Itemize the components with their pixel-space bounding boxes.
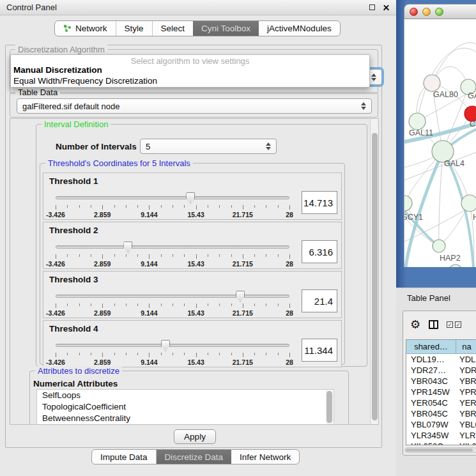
list-item[interactable]: BetweennessCentrality — [37, 413, 334, 424]
tab-select[interactable]: Select — [153, 21, 194, 36]
table-cell[interactable]: YBR0 — [456, 376, 476, 387]
slider-scale: -3.4262.8599.14415.4321.71528 — [56, 353, 289, 365]
network-node-h[interactable] — [461, 195, 476, 211]
column-layout-icon[interactable] — [429, 320, 438, 329]
table-row[interactable]: YBL079WYBL0 — [406, 419, 476, 430]
control-panel-titlebar: Control Panel — [0, 0, 396, 15]
threshold-3-slider[interactable]: -3.4262.8599.14415.4321.71528 — [56, 291, 289, 316]
slider-thumb[interactable] — [186, 192, 195, 204]
tab-jactivemnodules[interactable]: jActiveMNodules — [259, 21, 340, 36]
table-cell[interactable]: YBL0 — [456, 419, 476, 430]
window-zoom-traffic-light[interactable] — [435, 8, 443, 16]
window-close-traffic-light[interactable] — [410, 8, 418, 16]
checkbox-icon[interactable]: ✓ — [447, 321, 453, 328]
slider-track[interactable] — [56, 344, 289, 347]
table-row[interactable]: YBR043CYBR0 — [406, 376, 476, 387]
table-cell[interactable]: YBR043C — [406, 376, 456, 387]
node-label: GAL11 — [409, 128, 433, 137]
tab-style[interactable]: Style — [116, 21, 153, 36]
table-row[interactable]: YDL19…YDL1 — [406, 354, 476, 365]
window-minimize-traffic-light[interactable] — [422, 8, 431, 16]
number-of-intervals-spinner[interactable]: 5 — [140, 139, 277, 154]
table-cell[interactable]: YER054C — [406, 397, 456, 408]
slider-tick — [56, 353, 56, 357]
table-row[interactable]: YER054CYER0 — [406, 397, 476, 408]
network-node-gal80[interactable] — [424, 75, 440, 91]
tab-impute-data[interactable]: Impute Data — [92, 450, 157, 464]
table-cell[interactable]: YPR1 — [456, 387, 476, 397]
table-cell[interactable]: YLR345W — [406, 430, 456, 441]
slider-tick-label: 21.715 — [233, 358, 253, 366]
slider-tick — [219, 303, 220, 306]
float-window-icon[interactable] — [369, 4, 375, 10]
slider-track[interactable] — [56, 245, 289, 249]
list-item[interactable]: TopologicalCoefficient — [37, 401, 334, 413]
checkbox-icon[interactable]: ✓ — [455, 321, 461, 328]
table-cell[interactable]: YBL079W — [406, 419, 456, 430]
threshold-1-slider[interactable]: -3.4262.8599.14415.4321.71528 — [56, 192, 289, 218]
slider-tick — [196, 353, 197, 357]
close-icon[interactable] — [383, 4, 390, 11]
slider-tick-label: 15.43 — [187, 309, 204, 317]
dropdown-option-equal-width-frequency[interactable]: Equal Width/Frequency Discretization — [11, 76, 369, 87]
slider-tick — [184, 353, 185, 355]
table-cell[interactable]: YLR3 — [456, 430, 476, 441]
table-cell[interactable]: YDL1 — [456, 354, 476, 365]
list-item[interactable]: SelfLoops — [37, 390, 334, 401]
table-cell[interactable]: YBR045C — [406, 408, 456, 419]
threshold-1-value-field[interactable]: 14.713 — [302, 191, 337, 214]
table-cell[interactable]: YPR145W — [406, 387, 456, 397]
table-cell[interactable]: YDL19… — [406, 354, 456, 365]
slider-tick — [173, 353, 173, 355]
node-table[interactable]: shared… na YDL19…YDL1YDR27…YDR2YBR043CYB… — [406, 339, 476, 445]
table-cell[interactable]: YBR0 — [456, 408, 476, 419]
table-cell[interactable]: YIL052C — [406, 441, 456, 445]
table-cell[interactable]: YDR2 — [456, 365, 476, 376]
threshold-2-value-field[interactable]: 6.316 — [302, 240, 337, 263]
table-data-group: Table Data galFiltered.sif default node — [10, 92, 378, 118]
tab-network[interactable]: Network — [55, 21, 116, 36]
slider-track[interactable] — [56, 196, 289, 199]
table-cell[interactable]: YER0 — [456, 397, 476, 408]
network-window-titlebar — [404, 4, 476, 19]
table-cell[interactable]: YIL0 — [456, 441, 476, 445]
table-row[interactable]: YBR045CYBR0 — [406, 408, 476, 419]
network-node[interactable] — [449, 265, 462, 267]
tab-cyni-toolbox[interactable]: Cyni Toolbox — [193, 21, 259, 36]
threshold-4-slider[interactable]: -3.4262.8599.14415.4321.71528 — [56, 340, 289, 365]
node-label: GAL80 — [433, 90, 458, 99]
column-header-name[interactable]: na — [456, 340, 476, 353]
gear-icon[interactable]: ⚙ — [410, 319, 420, 330]
tab-discretize-data[interactable]: Discretize Data — [157, 450, 232, 464]
slider-thumb[interactable] — [236, 291, 245, 302]
table-row[interactable]: YIL052CYIL0 — [406, 441, 476, 445]
numerical-attributes-list[interactable]: SelfLoopsTopologicalCoefficientBetweenne… — [36, 389, 334, 425]
threshold-3-value-field[interactable]: 21.4 — [302, 289, 337, 312]
slider-thumb[interactable] — [161, 340, 170, 351]
slider-thumb[interactable] — [123, 242, 132, 253]
table-row[interactable]: YPR145WYPR1 — [406, 387, 476, 397]
network-node-hap2[interactable] — [433, 240, 445, 252]
threshold-2-slider[interactable]: -3.4262.8599.14415.4321.71528 — [56, 242, 289, 267]
slider-track[interactable] — [56, 295, 289, 298]
network-node-gal11[interactable] — [409, 113, 426, 130]
tab-label: Select — [161, 24, 185, 33]
list-scrollbar[interactable] — [326, 390, 333, 425]
slider-tick — [79, 254, 80, 257]
group-title: Discretization Algorithm — [15, 45, 107, 54]
threshold-4-value-field[interactable]: 11.344 — [302, 339, 337, 362]
settings-scrollbar[interactable] — [370, 119, 378, 424]
table-data-combobox[interactable]: galFiltered.sif default node — [17, 98, 372, 114]
dropdown-option-manual-discretization[interactable]: Manual Discretization — [11, 65, 369, 76]
network-view-canvas[interactable]: GAL80GACGAL11GAL4GCY1HHAP2 — [404, 19, 476, 267]
tab-infer-network[interactable]: Infer Network — [231, 450, 299, 464]
table-row[interactable]: YLR345WYLR3 — [406, 430, 476, 441]
table-horizontal-scrollbar[interactable] — [404, 447, 476, 453]
table-cell[interactable]: YDR27… — [406, 365, 456, 376]
slider-tick — [278, 205, 279, 208]
column-header-shared-name[interactable]: shared… — [406, 340, 456, 353]
cyni-toolbox-panel: Discretization Algorithm Select algorith… — [5, 45, 382, 448]
apply-button[interactable]: Apply — [174, 429, 216, 444]
network-node-gcy1[interactable] — [404, 196, 412, 211]
table-row[interactable]: YDR27…YDR2 — [406, 365, 476, 376]
